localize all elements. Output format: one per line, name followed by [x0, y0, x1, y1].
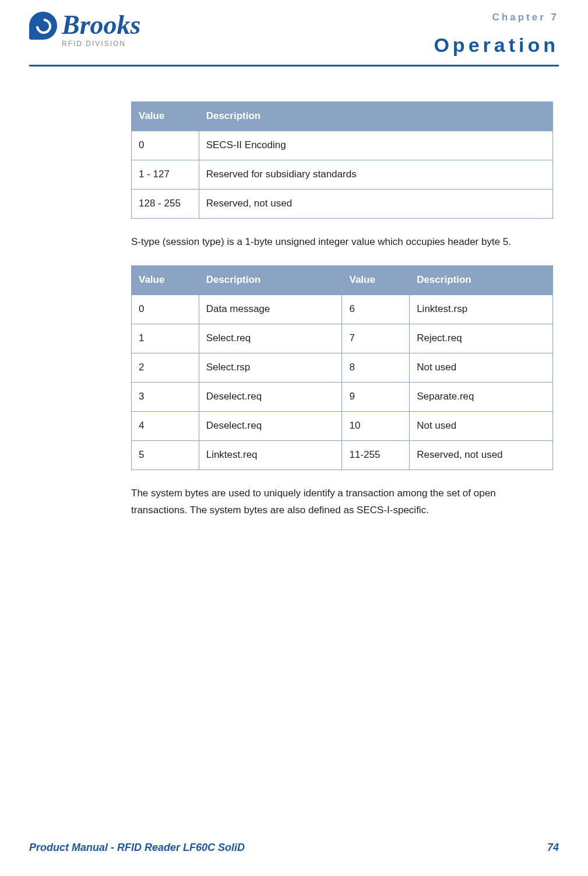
chapter-label: Chapter 7	[434, 12, 559, 23]
table-row: 0 SECS-II Encoding	[132, 131, 553, 160]
cell-desc: Deselect.req	[199, 411, 342, 440]
cell-desc: Reserved, not used	[199, 189, 552, 218]
table-row: 4 Deselect.req 10 Not used	[132, 411, 553, 440]
cell-desc: SECS-II Encoding	[199, 131, 552, 160]
paragraph-stype: S-type (session type) is a 1-byte unsign…	[131, 234, 553, 251]
footer-title: Product Manual - RFID Reader LF60C SoliD	[29, 842, 245, 854]
cell-value: 1	[132, 324, 199, 353]
cell-value: 0	[132, 295, 199, 324]
stype-table: Value Description Value Description 0 Da…	[131, 265, 553, 469]
cell-value: 128 - 255	[132, 189, 199, 218]
cell-value: 1 - 127	[132, 160, 199, 189]
cell-value: 8	[342, 353, 410, 383]
cell-desc: Select.req	[199, 324, 342, 353]
cell-value: 9	[342, 383, 410, 412]
table-row: 3 Deselect.req 9 Separate.req	[132, 383, 553, 412]
cell-desc: Deselect.req	[199, 383, 342, 412]
cell-desc: Separate.req	[410, 383, 553, 412]
cell-value: 0	[132, 131, 199, 160]
logo: Brooks RFID DIVISION	[29, 12, 140, 48]
page-number: 74	[547, 842, 559, 854]
table-header: Description	[199, 266, 342, 295]
chapter-title: Operation	[434, 34, 559, 57]
table-header: Description	[410, 266, 553, 295]
table-row: 2 Select.rsp 8 Not used	[132, 353, 553, 383]
cell-desc: Reserved for subsidiary standards	[199, 160, 552, 189]
page-footer: Product Manual - RFID Reader LF60C SoliD…	[29, 842, 559, 854]
cell-desc: Select.rsp	[199, 353, 342, 383]
ptype-table: Value Description 0 SECS-II Encoding 1 -…	[131, 101, 553, 219]
cell-desc: Reject.req	[410, 324, 553, 353]
cell-value: 6	[342, 295, 410, 324]
cell-desc: Reserved, not used	[410, 440, 553, 469]
table-row: 1 - 127 Reserved for subsidiary standard…	[132, 160, 553, 189]
cell-value: 3	[132, 383, 199, 412]
table-row: 0 Data message 6 Linktest.rsp	[132, 295, 553, 324]
cell-desc: Data message	[199, 295, 342, 324]
header-divider	[29, 65, 559, 66]
cell-value: 5	[132, 440, 199, 469]
table-header: Value	[132, 266, 199, 295]
cell-desc: Not used	[410, 353, 553, 383]
logo-text: Brooks	[62, 12, 140, 38]
table-header: Value	[132, 102, 199, 131]
table-row: 128 - 255 Reserved, not used	[132, 189, 553, 218]
table-header: Description	[199, 102, 552, 131]
cell-desc: Not used	[410, 411, 553, 440]
cell-value: 2	[132, 353, 199, 383]
cell-value: 4	[132, 411, 199, 440]
cell-desc: Linktest.req	[199, 440, 342, 469]
logo-subtext: RFID DIVISION	[62, 40, 140, 48]
page-header: Brooks RFID DIVISION Chapter 7 Operation	[29, 12, 559, 65]
cell-value: 7	[342, 324, 410, 353]
content-area: Value Description 0 SECS-II Encoding 1 -…	[131, 101, 553, 518]
paragraph-systembytes: The system bytes are used to uniquely id…	[131, 485, 553, 519]
table-row: 5 Linktest.req 11-255 Reserved, not used	[132, 440, 553, 469]
table-header: Value	[342, 266, 410, 295]
cell-value: 10	[342, 411, 410, 440]
cell-value: 11-255	[342, 440, 410, 469]
cell-desc: Linktest.rsp	[410, 295, 553, 324]
table-row: 1 Select.req 7 Reject.req	[132, 324, 553, 353]
brooks-logo-icon	[29, 12, 57, 40]
